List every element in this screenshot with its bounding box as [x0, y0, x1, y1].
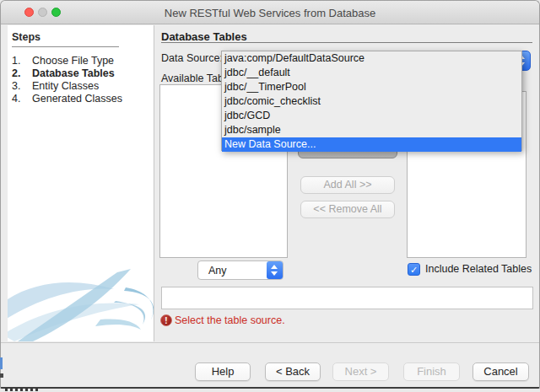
window-title: New RESTful Web Services from Database [1, 7, 539, 19]
dropdown-item[interactable]: jdbc/GCD [222, 109, 521, 123]
title-bar[interactable]: New RESTful Web Services from Database [1, 1, 539, 24]
dropdown-item[interactable]: jdbc/__TimerPool [222, 80, 521, 94]
back-button[interactable]: < Back [265, 362, 321, 381]
include-related-tables-label: Include Related Tables [425, 263, 532, 275]
chevron-up-icon [271, 265, 278, 269]
data-source-dropdown-popup: java:comp/DefaultDataSource jdbc/__defau… [221, 51, 522, 151]
step-label: Database Tables [32, 67, 115, 80]
finish-button[interactable]: Finish [403, 362, 460, 381]
step-label: Generated Classes [32, 93, 122, 105]
dropdown-item[interactable]: jdbc/comic_checklist [222, 94, 521, 109]
steps-panel: Steps 1. Choose File Type 2. Database Ta… [8, 25, 154, 341]
help-button[interactable]: Help [195, 362, 251, 381]
step-label: Choose File Type [32, 55, 114, 67]
table-type-combo[interactable]: Any [197, 260, 284, 280]
wizard-dialog: New RESTful Web Services from Database S… [0, 0, 540, 389]
dropdown-item[interactable]: jdbc/__default [222, 66, 521, 80]
available-tables-label: Available Tab [161, 72, 224, 84]
step-item-database-tables: 2. Database Tables [12, 67, 151, 80]
table-type-combo-stepper[interactable] [267, 261, 283, 279]
step-label: Entity Classes [32, 80, 99, 93]
page-title: Database Tables [161, 30, 247, 43]
step-item-choose-file-type: 1. Choose File Type [12, 55, 151, 67]
chevron-down-icon [271, 271, 278, 276]
dropdown-item[interactable]: jdbc/sample [222, 123, 521, 137]
table-filter-input[interactable] [161, 287, 533, 309]
step-item-entity-classes: 3. Entity Classes [12, 80, 151, 93]
background-artifact [0, 373, 3, 378]
data-source-label: Data Source: [161, 52, 223, 64]
screen: New RESTful Web Services from Database S… [0, 0, 540, 392]
table-type-combo-value: Any [198, 265, 267, 277]
watermark-graphic [8, 267, 154, 341]
background-artifact [5, 388, 39, 391]
header-rule [161, 42, 532, 43]
remove-all-button[interactable]: << Remove All [300, 201, 395, 218]
background-artifact [0, 357, 3, 369]
add-all-button[interactable]: Add All >> [300, 176, 395, 194]
step-item-generated-classes: 4. Generated Classes [12, 93, 151, 105]
error-message: Select the table source. [175, 314, 285, 326]
steps-heading: Steps [12, 31, 119, 47]
include-related-tables-checkbox[interactable]: ✓ [408, 263, 420, 276]
footer-divider [1, 342, 540, 343]
next-button[interactable]: Next > [332, 362, 389, 381]
dropdown-item[interactable]: java:comp/DefaultDataSource [222, 51, 521, 66]
error-icon: ! [160, 314, 172, 326]
dropdown-item-new-data-source[interactable]: New Data Source... [222, 137, 521, 152]
cancel-button[interactable]: Cancel [472, 362, 529, 381]
